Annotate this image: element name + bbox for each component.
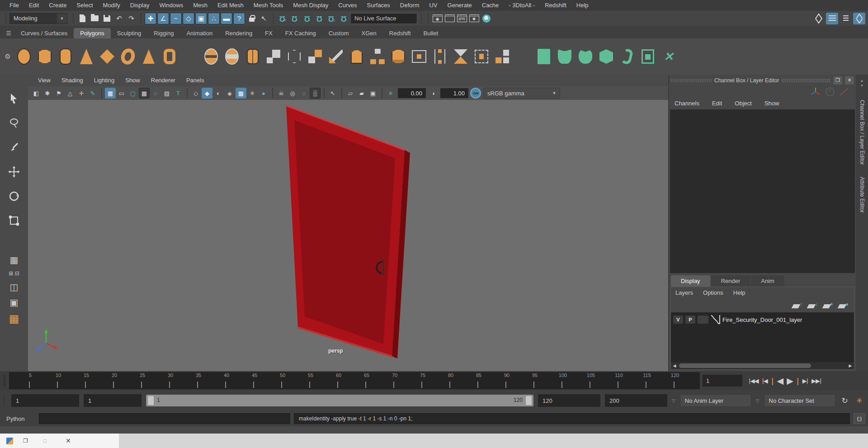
panel-menu-item[interactable]: Renderer [146,75,181,86]
field-chart-icon[interactable]: ◌ [150,88,161,99]
render-current-frame-icon[interactable] [444,13,455,24]
channel-box-toggle[interactable] [826,13,838,24]
go-to-start-button[interactable]: |◀◀ [747,377,760,385]
uv-editor-icon[interactable] [637,44,658,69]
tool-settings-toggle[interactable] [840,13,852,24]
select-tool[interactable] [6,91,22,106]
image-plane-icon[interactable]: △ [65,88,75,99]
timeline-tick[interactable]: 115 [644,372,672,389]
panel-menu-item[interactable]: Panels [181,75,210,86]
timeline-tick[interactable]: 75 [420,372,448,389]
step-forward-frame-button[interactable]: ▶| [801,377,810,385]
timeline-tick[interactable]: 80 [448,372,476,389]
flat-shade-icon[interactable]: ◐ [213,88,224,99]
menu-item[interactable]: Mesh Display [288,0,333,11]
channel-box-menu-item[interactable]: Object [735,98,758,109]
xray-icon[interactable]: ☠ [276,88,287,99]
channel-box-menu-item[interactable]: Channels [675,98,706,109]
speed-state-icon[interactable] [825,87,835,97]
lattice-icon[interactable] [471,44,492,69]
shelf-tab[interactable]: Bullet [417,28,445,38]
character-set-dropdown[interactable]: No Character Set [764,394,835,407]
poly-plane-icon[interactable] [97,44,118,69]
redo-icon[interactable]: ↷ [126,13,137,24]
maximize-window-icon[interactable]: □ [43,438,47,444]
layer-display-type-box[interactable] [697,315,709,324]
create-layer-from-selected-icon[interactable]: ● [839,302,849,309]
lasso-tool[interactable] [6,115,22,131]
anim-layer-dropdown[interactable]: No Anim Layer [680,394,751,407]
panel-menu-item[interactable]: Show [120,75,146,86]
menu-item[interactable]: UV [424,0,442,11]
menu-item[interactable]: Help [571,0,594,11]
menu-item[interactable]: Curves [333,0,362,11]
quad-draw-icon[interactable] [367,44,388,69]
gamma-icon[interactable]: ◑ [428,88,439,99]
chevron-down-icon[interactable]: ▼ [549,91,560,95]
highlight-selection-icon[interactable]: ↖ [258,13,269,24]
snap-to-curve-icon[interactable]: Ω~ [289,13,301,24]
chevron-down-icon[interactable]: ▽ [756,398,760,403]
timeline-tick[interactable]: 120 [672,372,700,389]
smooth-icon[interactable] [263,44,284,69]
panel-menu-item[interactable]: Lighting [89,75,120,86]
uv-planar-map-icon[interactable] [533,44,554,69]
go-to-end-button[interactable]: ▶▶| [810,377,823,385]
menu-item[interactable]: File [5,0,24,11]
shelf-menu-icon[interactable]: ☰ [3,30,14,37]
menu-item[interactable]: Redshift [540,0,571,11]
playback-end-field[interactable]: 120 [538,394,600,407]
fog-icon[interactable]: ▒ [310,88,321,99]
timeline-ruler[interactable]: 5101520253035404550556065707580859095100… [9,372,700,389]
viewport-select-icon[interactable]: ↖ [327,88,338,99]
wireframe-on-shaded-icon[interactable]: ◈ [224,88,235,99]
drag-grip[interactable] [426,14,429,24]
gamma-field[interactable]: 1.00 [440,88,468,98]
gate-mask-icon[interactable]: ▩ [139,88,150,99]
extrude-icon[interactable] [346,44,367,69]
menu-item[interactable]: - 3DtoAll - [504,0,540,11]
snap-to-point-icon[interactable]: Ω∙ [302,13,313,24]
animation-preferences-icon[interactable]: ✳ [854,396,864,406]
drag-grip[interactable] [322,88,326,98]
timeline-tick[interactable]: 95 [532,372,560,389]
menu-item[interactable]: Edit [24,0,44,11]
menu-item[interactable]: Display [125,0,155,11]
bookmark-icon[interactable]: ⚑ [53,88,64,99]
timeline-tick[interactable]: 10 [55,372,83,389]
save-scene-icon[interactable] [101,13,113,24]
timeline-tick[interactable]: 70 [392,372,420,389]
drag-grip[interactable] [139,14,142,24]
textured-icon[interactable]: ▩ [236,88,246,99]
drag-grip[interactable] [420,14,423,24]
panel-menu-item[interactable]: Shading [56,75,89,86]
layer-color-ramp-icon[interactable] [711,315,720,324]
range-slider[interactable]: 1 120 [146,395,533,406]
undo-icon[interactable]: ↶ [113,13,125,24]
menu-item[interactable]: Mesh [188,0,212,11]
uv-automatic-map-icon[interactable] [596,44,617,69]
scroll-left-icon[interactable]: ◀ [671,363,678,368]
shelf-tab[interactable]: Sculpting [111,28,147,38]
playback-start-field[interactable]: 1 [84,394,142,407]
uv-spherical-map-icon[interactable] [575,44,596,69]
shelf-tab[interactable]: Polygons [74,28,110,38]
step-forward-key-button[interactable]: | [795,376,801,386]
shelf-overflow-icon[interactable]: ▲▼ [860,78,864,88]
timeline-tick[interactable]: 30 [167,372,195,389]
single-pane-layout-icon[interactable]: ▣ [10,298,19,307]
animation-end-field[interactable]: 200 [605,394,667,407]
poly-pipe-icon[interactable] [159,44,180,69]
timeline-tick[interactable]: 5 [27,372,55,389]
menu-item[interactable]: Create [44,0,71,11]
close-panel-icon[interactable]: ✕ [845,76,854,85]
film-gate-icon[interactable]: ▭ [116,88,127,99]
drag-grip[interactable] [272,14,275,24]
menu-item[interactable]: Mesh Tools [249,0,288,11]
shelf-tab[interactable]: FX [259,28,279,38]
render-view-icon[interactable]: ◉ [432,13,443,24]
layer-name[interactable]: Fire_Security_Door_001_layer [722,316,802,323]
channel-list[interactable] [670,109,855,273]
isolate-add-icon[interactable]: ▰ [356,88,367,99]
paint-select-tool[interactable] [6,140,22,155]
